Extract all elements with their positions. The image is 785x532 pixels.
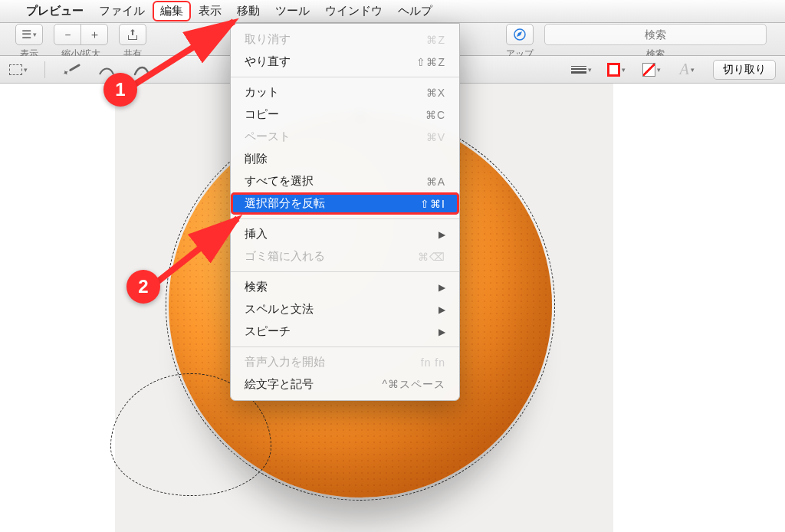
selection-rect-icon [9,64,22,75]
menu-item-label: 削除 [245,152,268,166]
menu-item-label: スペルと文法 [245,302,314,317]
menu-item-move-to-trash: ゴミ箱に入れる ⌘⌫ [231,245,459,268]
annotation-badge-2: 2 [126,270,160,304]
zoom-out-icon: － [62,28,74,42]
fill-color-swatch [642,63,655,77]
markup-toggle-button[interactable] [506,24,534,45]
submenu-arrow-icon: ▶ [438,327,445,337]
menu-item-find[interactable]: 検索 ▶ [231,276,459,298]
chevron-down-icon: ▾ [691,66,695,74]
menu-item-label: ペースト [245,130,291,144]
toolbar-separator [44,61,45,78]
menu-item-label: 音声入力を開始 [245,355,325,369]
magic-wand-icon: ✦ [61,61,81,77]
sidebar-icon: ☰ [21,28,31,41]
menu-item-label: ゴミ箱に入れる [245,249,325,264]
menu-item-copy[interactable]: コピー ⌘C [231,103,459,126]
menu-edit-dropdown: 取り消す ⌘Z やり直す ⇧⌘Z カット ⌘X コピー ⌘C ペースト ⌘V 削… [230,23,460,401]
line-weight-picker[interactable]: ▾ [572,61,590,79]
stroke-color-swatch [607,63,620,77]
menu-item-redo[interactable]: やり直す ⇧⌘Z [231,51,459,73]
chevron-down-icon: ▾ [588,66,592,74]
menu-separator [231,218,459,219]
menu-separator [231,346,459,347]
menu-item-speech[interactable]: スピーチ ▶ [231,320,459,343]
chevron-down-icon: ▾ [657,66,661,74]
annotation-arrow-2 [146,211,253,297]
view-mode-button[interactable]: ☰▾ [15,24,43,45]
menu-item-select-all[interactable]: すべてを選択 ⌘A [231,170,459,192]
text-style-icon: A [679,61,688,78]
selection-rect-tool[interactable]: ▾ [9,61,28,79]
menu-item-label: すべてを選択 [245,174,314,189]
menubar-item-help[interactable]: ヘルプ [390,1,440,21]
menu-item-shortcut: ⌘Z [426,34,445,46]
instant-alpha-tool[interactable]: ✦ [62,61,80,79]
menu-item-shortcut: fn fn [421,356,445,369]
menu-item-emoji[interactable]: 絵文字と記号 ^⌘スペース [231,373,459,396]
menu-item-invert-selection[interactable]: 選択部分を反転 ⇧⌘I [231,192,459,215]
menu-item-shortcut: ⇧⌘I [420,198,445,210]
chevron-down-icon: ▾ [622,66,626,74]
menu-item-label: コピー [245,107,279,122]
text-style-picker[interactable]: A▾ [678,61,696,79]
fill-color-picker[interactable]: ▾ [642,61,661,79]
crop-button[interactable]: 切り取り [713,60,776,80]
menubar-item-tools[interactable]: ツール [268,1,317,21]
menu-item-shortcut: ⇧⌘Z [416,56,445,68]
menu-item-shortcut: ⌘C [425,109,445,121]
chevron-down-icon: ▾ [33,31,37,38]
menu-item-start-dictation: 音声入力を開始 fn fn [231,351,459,373]
menu-item-shortcut: ⌘V [426,131,445,143]
svg-line-2 [150,218,238,287]
annotation-badge-1: 1 [103,73,137,107]
chevron-down-icon: ▾ [24,66,28,74]
menu-item-paste: ペースト ⌘V [231,126,459,148]
svg-line-1 [123,21,234,92]
menu-item-shortcut: ⌘A [426,176,445,188]
submenu-arrow-icon: ▶ [438,304,445,315]
menu-item-spelling[interactable]: スペルと文法 ▶ [231,298,459,320]
menu-item-label: 絵文字と記号 [245,377,314,392]
menu-item-shortcut: ⌘X [426,87,445,99]
menu-item-undo: 取り消す ⌘Z [231,28,459,51]
menubar-app-name[interactable]: プレビュー [18,1,91,21]
zoom-in-icon: ＋ [89,28,100,42]
menubar-item-window[interactable]: ウインドウ [317,1,390,21]
menu-item-label: 選択部分を反転 [245,196,325,211]
menu-item-label: スピーチ [245,324,291,339]
menu-item-shortcut: ⌘⌫ [418,251,445,263]
menu-item-delete[interactable]: 削除 [231,148,459,170]
menu-item-insert[interactable]: 挿入 ▶ [231,223,459,245]
zoom-out-button[interactable]: － [54,24,81,45]
search-input[interactable] [544,24,767,45]
submenu-arrow-icon: ▶ [438,282,445,293]
stroke-color-picker[interactable]: ▾ [607,61,626,79]
menu-separator [231,271,459,272]
zoom-in-button[interactable]: ＋ [80,24,108,45]
menu-separator [231,77,459,77]
menu-item-shortcut: ^⌘スペース [382,378,445,392]
submenu-arrow-icon: ▶ [438,229,445,240]
menu-item-cut[interactable]: カット ⌘X [231,81,459,103]
markup-icon [513,28,527,41]
line-weight-icon [571,64,586,75]
